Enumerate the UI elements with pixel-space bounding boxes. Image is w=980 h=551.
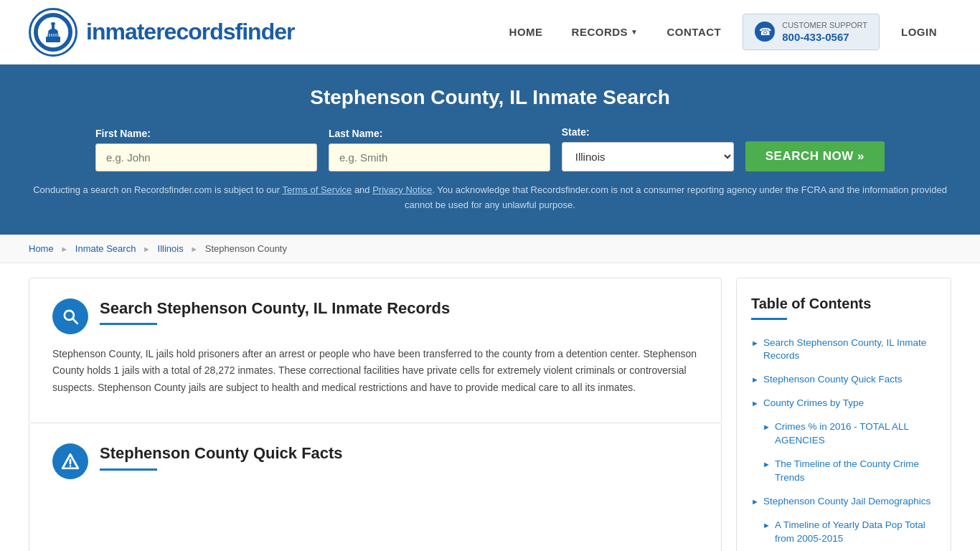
state-select[interactable]: Illinois [562, 142, 734, 171]
main-section-header: Search Stephenson County, IL Inmate Reco… [52, 298, 698, 334]
main-section-title: Search Stephenson County, IL Inmate Reco… [100, 298, 698, 319]
headset-icon: ☎ [755, 22, 775, 42]
search-banner: Stephenson County, IL Inmate Search Firs… [0, 65, 980, 235]
chevron-right-icon: ► [751, 375, 759, 385]
title-underline [100, 323, 157, 325]
customer-support-button[interactable]: ☎ CUSTOMER SUPPORT 800-433-0567 [743, 14, 880, 51]
chevron-right-icon: ► [763, 422, 771, 433]
alert-section-icon [52, 443, 88, 479]
toc-underline [751, 318, 787, 320]
logo-text: inmaterecordsfinder [86, 19, 294, 45]
state-group: State: Illinois [562, 126, 734, 171]
second-section: Stephenson County Quick Facts [29, 423, 722, 551]
breadcrumb-home[interactable]: Home [29, 243, 54, 254]
first-name-input[interactable] [95, 143, 317, 171]
main-section-title-area: Search Stephenson County, IL Inmate Reco… [100, 298, 698, 326]
state-label: State: [562, 126, 734, 138]
breadcrumb-county: Stephenson County [205, 243, 287, 254]
breadcrumb-sep-2: ► [143, 245, 151, 253]
toc-item[interactable]: ►Search Stephenson County, IL Inmate Rec… [751, 331, 936, 369]
breadcrumb-state[interactable]: Illinois [158, 243, 184, 254]
nav-login[interactable]: LOGIN [887, 19, 951, 45]
breadcrumb-sep-3: ► [190, 245, 198, 253]
search-now-button[interactable]: SEARCH NOW » [745, 141, 885, 171]
nav-contact[interactable]: CONTACT [653, 19, 736, 45]
last-name-group: Last Name: [329, 128, 550, 171]
chevron-right-icon: ► [763, 520, 771, 531]
search-form: First Name: Last Name: State: Illinois S… [95, 126, 885, 171]
chevron-right-icon: ► [763, 459, 771, 470]
chevron-right-icon: ► [751, 496, 759, 507]
customer-support-text: CUSTOMER SUPPORT 800-433-0567 [782, 20, 867, 44]
svg-line-14 [73, 319, 77, 323]
privacy-notice-link[interactable]: Privacy Notice [372, 184, 432, 195]
nav-records[interactable]: RECORDS ▼ [557, 19, 653, 45]
nav-home[interactable]: HOME [495, 19, 557, 45]
main-content: Search Stephenson County, IL Inmate Reco… [0, 263, 980, 551]
terms-of-service-link[interactable]: Terms of Service [282, 184, 352, 195]
toc-list: ►Search Stephenson County, IL Inmate Rec… [751, 331, 936, 551]
last-name-input[interactable] [329, 143, 550, 171]
svg-rect-2 [46, 37, 60, 42]
main-nav: HOME RECORDS ▼ CONTACT ☎ CUSTOMER SUPPOR… [495, 14, 951, 51]
svg-point-6 [51, 22, 55, 25]
chevron-down-icon: ▼ [631, 28, 638, 36]
last-name-label: Last Name: [329, 128, 550, 139]
toc-title: Table of Contents [751, 296, 936, 312]
content-column: Search Stephenson County, IL Inmate Reco… [29, 278, 722, 551]
search-section-icon [52, 298, 88, 334]
logo-area: inmaterecordsfinder [29, 8, 294, 57]
breadcrumb-sep-1: ► [60, 245, 68, 253]
sidebar: Table of Contents ►Search Stephenson Cou… [736, 278, 951, 551]
breadcrumb: Home ► Inmate Search ► Illinois ► Stephe… [0, 235, 980, 263]
first-name-group: First Name: [95, 128, 317, 171]
toc-item[interactable]: ►Stephenson County Jail Demographics [751, 490, 936, 514]
header: inmaterecordsfinder HOME RECORDS ▼ CONTA… [0, 0, 980, 65]
toc-item[interactable]: ►County Crimes by Type [751, 392, 936, 415]
second-section-title-area: Stephenson County Quick Facts [100, 443, 698, 471]
main-section-body: Stephenson County, IL jails hold prisone… [52, 346, 698, 397]
disclaimer-text: Conducting a search on Recordsfinder.com… [29, 183, 951, 213]
svg-point-17 [70, 465, 72, 467]
chevron-right-icon: ► [751, 338, 759, 349]
logo-text-bold: finder [235, 19, 295, 44]
second-section-title: Stephenson County Quick Facts [100, 443, 698, 464]
second-section-header: Stephenson County Quick Facts [52, 443, 698, 479]
toc-item[interactable]: ►A Timeline of Yearly Data Pop Total fro… [751, 514, 936, 551]
toc-item[interactable]: ►Crimes % in 2016 - TOTAL ALL AGENCIES [751, 415, 936, 453]
logo-text-regular: inmaterecords [86, 19, 235, 44]
search-banner-title: Stephenson County, IL Inmate Search [29, 86, 951, 109]
toc-item[interactable]: ►The Timeline of the County Crime Trends [751, 453, 936, 490]
breadcrumb-inmate-search[interactable]: Inmate Search [75, 243, 136, 254]
toc-item[interactable]: ►Stephenson County Quick Facts [751, 368, 936, 392]
main-section: Search Stephenson County, IL Inmate Reco… [29, 278, 722, 423]
logo-icon [29, 8, 77, 57]
title-underline-2 [100, 468, 157, 471]
first-name-label: First Name: [95, 128, 317, 139]
chevron-right-icon: ► [751, 398, 759, 409]
